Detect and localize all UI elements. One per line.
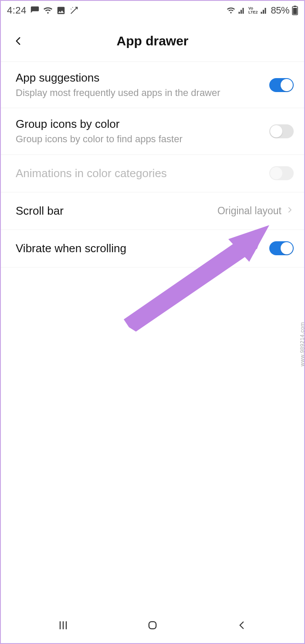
nav-recents-button[interactable]	[41, 615, 85, 636]
gallery-icon	[56, 6, 66, 15]
svg-rect-2	[293, 8, 297, 14]
row-scroll-bar[interactable]: Scroll bar Original layout	[1, 192, 304, 230]
battery-icon	[292, 6, 298, 15]
lte-icon: VoLTE2	[248, 7, 258, 14]
row-text: Scroll bar	[16, 204, 217, 219]
row-vibrate-scrolling[interactable]: Vibrate when scrolling	[1, 230, 304, 267]
svg-rect-1	[294, 6, 296, 7]
row-value: Original layout	[217, 205, 281, 217]
device-frame: 4:24 VoLTE2 85%	[1, 1, 304, 643]
row-text: Group icons by color Group icons by colo…	[16, 117, 269, 145]
wifi-icon-2	[227, 6, 235, 15]
row-title: Group icons by color	[16, 117, 264, 132]
row-text: App suggestions Display most frequently …	[16, 71, 269, 99]
chevron-right-icon	[286, 206, 294, 216]
navigation-bar	[1, 609, 304, 643]
row-animations: Animations in color categories	[1, 155, 304, 192]
toggle-app-suggestions[interactable]	[269, 78, 294, 92]
notification-message-icon	[30, 6, 40, 15]
row-title: Vibrate when scrolling	[16, 241, 264, 256]
status-time: 4:24	[7, 5, 27, 16]
battery-percent: 85%	[271, 5, 289, 16]
row-subtitle: Group icons by color to find apps faster	[16, 133, 264, 146]
watermark: www.989214.com	[299, 322, 304, 367]
settings-list: App suggestions Display most frequently …	[1, 62, 304, 267]
row-title: Scroll bar	[16, 204, 212, 219]
row-subtitle: Display most frequently used apps in the…	[16, 86, 264, 99]
signal-r-icon	[238, 7, 246, 14]
row-text: Animations in color categories	[16, 166, 269, 181]
nav-back-button[interactable]	[220, 615, 264, 636]
nav-home-button[interactable]	[131, 615, 174, 636]
status-right: VoLTE2 85%	[227, 5, 298, 16]
page-header: App drawer	[1, 20, 304, 62]
row-text: Vibrate when scrolling	[16, 241, 269, 256]
row-title: Animations in color categories	[16, 166, 264, 181]
toggle-vibrate-scrolling[interactable]	[269, 241, 294, 255]
row-title: App suggestions	[16, 71, 264, 86]
page-title: App drawer	[1, 34, 304, 48]
signal-icon	[260, 7, 268, 14]
back-button[interactable]	[10, 32, 27, 50]
status-left: 4:24	[7, 5, 79, 16]
row-group-icons[interactable]: Group icons by color Group icons by colo…	[1, 108, 304, 154]
svg-rect-10	[149, 622, 156, 629]
row-app-suggestions[interactable]: App suggestions Display most frequently …	[1, 62, 304, 108]
wand-icon	[69, 6, 79, 15]
toggle-group-icons[interactable]	[269, 124, 294, 138]
row-right: Original layout	[217, 205, 294, 217]
status-bar: 4:24 VoLTE2 85%	[1, 1, 304, 20]
wifi-icon	[43, 6, 53, 15]
toggle-animations	[269, 166, 294, 180]
